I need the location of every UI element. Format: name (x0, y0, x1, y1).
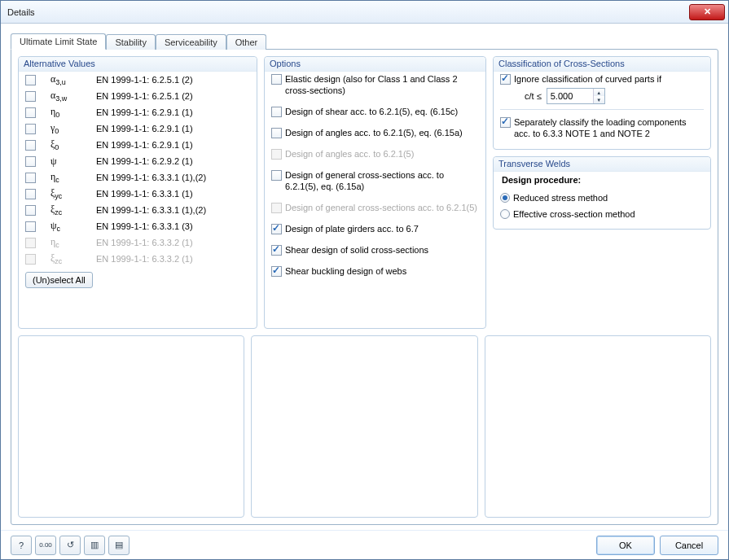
ok-button[interactable]: OK (596, 536, 655, 555)
option-row: Elastic design (also for Class 1 and Cla… (271, 72, 479, 98)
alt-value-reference: EN 1999-1-1: 6.3.3.1 (3) (96, 221, 250, 231)
alt-value-symbol: ηc (51, 171, 96, 184)
option-label: Design of general cross-sections acc. to… (285, 169, 479, 192)
separator (500, 109, 704, 110)
layout-button-2[interactable]: ▤ (108, 536, 130, 555)
tab-serviceability[interactable]: Serviceability (156, 34, 226, 50)
alt-value-row: ξ0EN 1999-1-1: 6.2.9.1 (1) (25, 137, 250, 153)
ignore-classification-row: Ignore classification of curved parts if (500, 72, 704, 86)
ignore-classification-label: Ignore classification of curved parts if (514, 73, 661, 85)
option-label: Design of general cross-sections acc. to… (285, 202, 477, 213)
units-button[interactable]: 0.00 (35, 536, 56, 555)
ct-row: c/t ≤ ▲ ▼ (525, 88, 704, 104)
alt-value-row: ηcEN 1999-1-1: 6.3.3.1 (1),(2) (25, 169, 250, 186)
alt-value-symbol: ξzc (51, 203, 96, 217)
close-button[interactable]: ✕ (689, 4, 725, 20)
alt-value-reference: EN 1999-1-1: 6.2.5.1 (2) (96, 91, 250, 101)
radio-effective-cross-section-label: Effective cross-section method (513, 209, 635, 219)
alt-value-row: ξycEN 1999-1-1: 6.3.3.1 (1) (25, 186, 250, 202)
radio-reduced-stress[interactable] (500, 193, 510, 203)
ct-input[interactable] (547, 89, 593, 103)
group-title: Options (265, 57, 485, 72)
option-row: Design of angles acc. to 6.2.1(5) (271, 147, 479, 161)
reset-button[interactable]: ↺ (59, 536, 81, 555)
option-label: Design of angles acc. to 6.2.1(5), eq. (… (285, 127, 463, 138)
radio-reduced-stress-label: Reduced stress method (513, 193, 608, 203)
help-button[interactable]: ? (11, 536, 32, 555)
alt-value-row: ψcEN 1999-1-1: 6.3.3.1 (3) (25, 218, 250, 234)
alt-value-checkbox[interactable] (25, 124, 36, 134)
alt-value-row: ηcEN 1999-1-1: 6.3.3.2 (1) (25, 234, 250, 251)
units-icon: 0.00 (39, 541, 52, 549)
group-alternative-values: Alternative Values α3,uEN 1999-1-1: 6.2.… (18, 56, 257, 329)
blank-panel (18, 335, 244, 518)
option-checkbox (271, 149, 282, 160)
blank-panels (18, 335, 711, 518)
separately-classify-label: Separately classify the loading componen… (514, 116, 704, 139)
group-transverse-welds: Transverse Welds Design procedure: Reduc… (493, 156, 711, 230)
alt-value-checkbox[interactable] (25, 205, 36, 216)
option-checkbox[interactable] (271, 74, 282, 85)
dialog-window: Details ✕ Ultimate Limit State Stability… (0, 0, 729, 560)
alt-value-row: ξzcEN 1999-1-1: 6.3.3.1 (1),(2) (25, 202, 250, 218)
alt-value-symbol: α3,u (51, 73, 96, 86)
alt-value-row: ψEN 1999-1-1: 6.2.9.2 (1) (25, 153, 250, 169)
cancel-button[interactable]: Cancel (660, 536, 718, 555)
option-checkbox[interactable] (271, 107, 282, 117)
option-label: Design of shear acc. to 6.2.1(5), eq. (6… (285, 106, 458, 117)
alt-value-reference: EN 1999-1-1: 6.2.9.2 (1) (96, 156, 250, 166)
option-row: Shear buckling design of webs (271, 264, 479, 278)
alt-value-symbol: ξ0 (51, 138, 96, 151)
alt-value-reference: EN 1999-1-1: 6.2.9.1 (1) (96, 140, 250, 150)
separately-classify-checkbox[interactable] (500, 117, 511, 128)
alt-value-checkbox[interactable] (25, 173, 36, 183)
option-label: Elastic design (also for Class 1 and Cla… (285, 73, 479, 96)
alt-value-checkbox[interactable] (25, 91, 36, 102)
spin-down-icon[interactable]: ▼ (594, 96, 604, 103)
alt-value-reference: EN 1999-1-1: 6.3.3.2 (1) (96, 254, 250, 264)
ct-spinner[interactable]: ▲ ▼ (547, 88, 605, 104)
option-checkbox[interactable] (271, 245, 282, 256)
radio-row-effective: Effective cross-section method (500, 206, 704, 222)
ignore-classification-checkbox[interactable] (500, 74, 511, 85)
option-row: Design of plate girders acc. to 6.7 (271, 221, 479, 236)
option-checkbox[interactable] (271, 266, 282, 277)
alt-value-reference: EN 1999-1-1: 6.3.3.1 (1),(2) (96, 173, 250, 182)
alt-value-reference: EN 1999-1-1: 6.3.3.2 (1) (96, 238, 250, 247)
content-area: Ultimate Limit State Stability Serviceab… (1, 24, 728, 530)
alt-value-row: ξzcEN 1999-1-1: 6.3.3.2 (1) (25, 251, 250, 267)
tab-stability[interactable]: Stability (106, 34, 156, 50)
design-procedure-label: Design procedure: (502, 175, 704, 185)
alt-value-checkbox[interactable] (25, 75, 36, 85)
option-checkbox[interactable] (271, 128, 282, 138)
alt-value-symbol: ψc (51, 220, 96, 233)
layout-icon: ▤ (115, 540, 123, 550)
group-title: Transverse Welds (494, 157, 710, 172)
alt-value-row: α3,wEN 1999-1-1: 6.2.5.1 (2) (25, 88, 250, 104)
alt-value-checkbox[interactable] (25, 189, 36, 199)
option-label: Design of plate girders acc. to 6.7 (285, 223, 419, 234)
spin-up-icon[interactable]: ▲ (594, 89, 604, 96)
alt-value-checkbox[interactable] (25, 156, 36, 167)
option-row: Design of shear acc. to 6.2.1(5), eq. (6… (271, 104, 479, 119)
alt-value-checkbox[interactable] (25, 140, 36, 151)
group-title: Alternative Values (19, 57, 257, 72)
alt-value-checkbox[interactable] (25, 221, 36, 232)
group-classification: Classification of Cross-Sections Ignore … (493, 56, 711, 150)
blank-panel (251, 335, 477, 518)
separately-classify-row: Separately classify the loading componen… (500, 115, 704, 141)
option-checkbox[interactable] (271, 224, 282, 234)
option-row: Design of general cross-sections acc. to… (271, 168, 479, 194)
alt-value-checkbox (25, 254, 36, 265)
alt-value-reference: EN 1999-1-1: 6.3.3.1 (1) (96, 189, 250, 199)
unselect-all-button[interactable]: (Un)select All (25, 272, 93, 288)
tab-other[interactable]: Other (226, 34, 267, 50)
alt-value-symbol: ψ (51, 155, 96, 168)
columns: Alternative Values α3,uEN 1999-1-1: 6.2.… (18, 56, 711, 329)
radio-effective-cross-section[interactable] (500, 209, 510, 219)
alt-value-checkbox[interactable] (25, 107, 36, 118)
tab-ultimate-limit-state[interactable]: Ultimate Limit State (11, 33, 106, 50)
group-options: Options Elastic design (also for Class 1… (264, 56, 486, 329)
option-checkbox[interactable] (271, 170, 282, 181)
layout-button-1[interactable]: ▥ (84, 536, 105, 555)
